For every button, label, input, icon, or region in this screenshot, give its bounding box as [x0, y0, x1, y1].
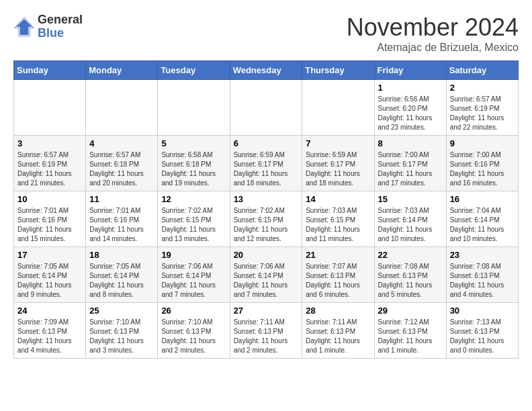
day-number: 22: [378, 250, 443, 260]
day-number: 14: [306, 194, 370, 204]
day-number: 29: [378, 306, 443, 316]
day-number: 6: [234, 138, 299, 148]
day-of-week-header: Thursday: [302, 61, 374, 80]
calendar-cell: 14Sunrise: 7:03 AMSunset: 6:15 PMDayligh…: [302, 191, 374, 247]
calendar-cell: [86, 80, 158, 136]
days-of-week-row: SundayMondayTuesdayWednesdayThursdayFrid…: [14, 61, 519, 80]
day-number: 10: [17, 194, 82, 204]
day-of-week-header: Sunday: [14, 61, 86, 80]
day-number: 8: [378, 138, 443, 148]
calendar-cell: 18Sunrise: 7:05 AMSunset: 6:14 PMDayligh…: [86, 247, 158, 303]
day-number: 30: [450, 306, 515, 316]
calendar-cell: [230, 80, 302, 136]
calendar-cell: 5Sunrise: 6:58 AMSunset: 6:18 PMDaylight…: [158, 136, 230, 191]
day-number: 7: [306, 138, 370, 148]
calendar-table: SundayMondayTuesdayWednesdayThursdayFrid…: [13, 60, 519, 359]
calendar-cell: 10Sunrise: 7:01 AMSunset: 6:16 PMDayligh…: [14, 191, 86, 247]
calendar-cell: 23Sunrise: 7:08 AMSunset: 6:13 PMDayligh…: [446, 247, 518, 303]
day-info: Sunrise: 7:06 AMSunset: 6:14 PMDaylight:…: [161, 262, 226, 300]
calendar-body: 1Sunrise: 6:56 AMSunset: 6:20 PMDaylight…: [14, 80, 519, 359]
day-info: Sunrise: 7:07 AMSunset: 6:13 PMDaylight:…: [306, 262, 370, 300]
day-of-week-header: Wednesday: [230, 61, 302, 80]
calendar-cell: 12Sunrise: 7:02 AMSunset: 6:15 PMDayligh…: [158, 191, 230, 247]
day-info: Sunrise: 6:59 AMSunset: 6:17 PMDaylight:…: [234, 150, 299, 188]
day-info: Sunrise: 7:12 AMSunset: 6:13 PMDaylight:…: [378, 318, 443, 355]
calendar-cell: 2Sunrise: 6:57 AMSunset: 6:19 PMDaylight…: [446, 80, 518, 136]
calendar-cell: 11Sunrise: 7:01 AMSunset: 6:16 PMDayligh…: [86, 191, 158, 247]
day-number: 4: [89, 138, 154, 148]
day-info: Sunrise: 6:58 AMSunset: 6:18 PMDaylight:…: [161, 150, 226, 188]
day-info: Sunrise: 7:00 AMSunset: 6:17 PMDaylight:…: [378, 150, 443, 188]
logo: General Blue: [13, 13, 83, 40]
calendar-week-row: 1Sunrise: 6:56 AMSunset: 6:20 PMDaylight…: [14, 80, 519, 136]
calendar-cell: 19Sunrise: 7:06 AMSunset: 6:14 PMDayligh…: [158, 247, 230, 303]
day-info: Sunrise: 7:03 AMSunset: 6:14 PMDaylight:…: [378, 206, 443, 244]
day-info: Sunrise: 7:01 AMSunset: 6:16 PMDaylight:…: [17, 206, 82, 244]
day-info: Sunrise: 7:05 AMSunset: 6:14 PMDaylight:…: [89, 262, 154, 300]
day-of-week-header: Friday: [374, 61, 446, 80]
calendar-cell: 8Sunrise: 7:00 AMSunset: 6:17 PMDaylight…: [374, 136, 446, 191]
calendar-cell: 13Sunrise: 7:02 AMSunset: 6:15 PMDayligh…: [230, 191, 302, 247]
day-number: 16: [450, 194, 515, 204]
calendar-cell: 28Sunrise: 7:11 AMSunset: 6:13 PMDayligh…: [302, 303, 374, 359]
day-number: 18: [89, 250, 154, 260]
day-info: Sunrise: 6:57 AMSunset: 6:18 PMDaylight:…: [89, 150, 154, 188]
calendar-cell: 7Sunrise: 6:59 AMSunset: 6:17 PMDaylight…: [302, 136, 374, 191]
day-info: Sunrise: 7:10 AMSunset: 6:13 PMDaylight:…: [89, 318, 154, 355]
calendar-week-row: 3Sunrise: 6:57 AMSunset: 6:19 PMDaylight…: [14, 136, 519, 191]
calendar-header: SundayMondayTuesdayWednesdayThursdayFrid…: [14, 61, 519, 80]
calendar-cell: [302, 80, 374, 136]
day-number: 28: [306, 306, 370, 316]
day-number: 23: [450, 250, 515, 260]
day-number: 12: [161, 194, 226, 204]
day-number: 3: [17, 138, 82, 148]
calendar-cell: 6Sunrise: 6:59 AMSunset: 6:17 PMDaylight…: [230, 136, 302, 191]
calendar-cell: 22Sunrise: 7:08 AMSunset: 6:13 PMDayligh…: [374, 247, 446, 303]
day-info: Sunrise: 6:57 AMSunset: 6:19 PMDaylight:…: [17, 150, 82, 188]
day-number: 13: [234, 194, 299, 204]
day-of-week-header: Saturday: [446, 61, 518, 80]
day-number: 19: [161, 250, 226, 260]
calendar-week-row: 24Sunrise: 7:09 AMSunset: 6:13 PMDayligh…: [14, 303, 519, 359]
day-info: Sunrise: 7:05 AMSunset: 6:14 PMDaylight:…: [17, 262, 82, 300]
day-info: Sunrise: 7:01 AMSunset: 6:16 PMDaylight:…: [89, 206, 154, 244]
day-of-week-header: Tuesday: [158, 61, 230, 80]
day-number: 9: [450, 138, 515, 148]
title-block: November 2024 Atemajac de Brizuela, Mexi…: [347, 13, 519, 54]
calendar-cell: 4Sunrise: 6:57 AMSunset: 6:18 PMDaylight…: [86, 136, 158, 191]
day-info: Sunrise: 7:06 AMSunset: 6:14 PMDaylight:…: [234, 262, 299, 300]
calendar-cell: 3Sunrise: 6:57 AMSunset: 6:19 PMDaylight…: [14, 136, 86, 191]
day-number: 11: [89, 194, 154, 204]
day-info: Sunrise: 7:08 AMSunset: 6:13 PMDaylight:…: [378, 262, 443, 300]
month-title: November 2024: [347, 13, 519, 42]
calendar-cell: 16Sunrise: 7:04 AMSunset: 6:14 PMDayligh…: [446, 191, 518, 247]
calendar-cell: 26Sunrise: 7:10 AMSunset: 6:13 PMDayligh…: [158, 303, 230, 359]
day-info: Sunrise: 7:11 AMSunset: 6:13 PMDaylight:…: [306, 318, 370, 355]
day-info: Sunrise: 6:59 AMSunset: 6:17 PMDaylight:…: [306, 150, 370, 188]
day-info: Sunrise: 7:13 AMSunset: 6:13 PMDaylight:…: [450, 318, 515, 355]
day-info: Sunrise: 7:08 AMSunset: 6:13 PMDaylight:…: [450, 262, 515, 300]
location-subtitle: Atemajac de Brizuela, Mexico: [347, 42, 519, 54]
logo-text: General Blue: [38, 13, 83, 40]
day-info: Sunrise: 7:03 AMSunset: 6:15 PMDaylight:…: [306, 206, 370, 244]
calendar-cell: 27Sunrise: 7:11 AMSunset: 6:13 PMDayligh…: [230, 303, 302, 359]
day-number: 21: [306, 250, 370, 260]
day-info: Sunrise: 7:02 AMSunset: 6:15 PMDaylight:…: [161, 206, 226, 244]
calendar-cell: [158, 80, 230, 136]
page-header: General Blue November 2024 Atemajac de B…: [13, 13, 519, 54]
day-number: 2: [450, 83, 515, 93]
day-info: Sunrise: 7:09 AMSunset: 6:13 PMDaylight:…: [17, 318, 82, 355]
calendar-cell: 20Sunrise: 7:06 AMSunset: 6:14 PMDayligh…: [230, 247, 302, 303]
day-number: 20: [234, 250, 299, 260]
day-number: 26: [161, 306, 226, 316]
day-info: Sunrise: 7:02 AMSunset: 6:15 PMDaylight:…: [234, 206, 299, 244]
calendar-cell: 30Sunrise: 7:13 AMSunset: 6:13 PMDayligh…: [446, 303, 518, 359]
calendar-cell: 1Sunrise: 6:56 AMSunset: 6:20 PMDaylight…: [374, 80, 446, 136]
calendar-week-row: 17Sunrise: 7:05 AMSunset: 6:14 PMDayligh…: [14, 247, 519, 303]
day-number: 24: [17, 306, 82, 316]
calendar-week-row: 10Sunrise: 7:01 AMSunset: 6:16 PMDayligh…: [14, 191, 519, 247]
day-info: Sunrise: 7:11 AMSunset: 6:13 PMDaylight:…: [234, 318, 299, 355]
calendar-cell: [14, 80, 86, 136]
day-number: 27: [234, 306, 299, 316]
calendar-cell: 25Sunrise: 7:10 AMSunset: 6:13 PMDayligh…: [86, 303, 158, 359]
